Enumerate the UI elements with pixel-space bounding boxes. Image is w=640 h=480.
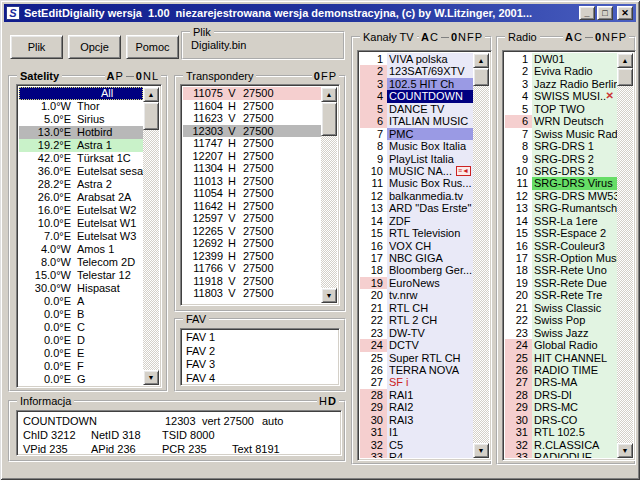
- scroll-thumb[interactable]: [473, 68, 489, 86]
- transponder-row[interactable]: 11642H27500: [183, 200, 321, 213]
- flag-toggle-H[interactable]: H: [319, 395, 328, 407]
- transponder-scrollbar[interactable]: ▲ ▼: [321, 87, 337, 303]
- tv-channel-row[interactable]: 15RTL Television: [360, 227, 473, 239]
- radio-channel-row[interactable]: 15SSR-Espace 2: [505, 227, 617, 239]
- tv-scrollbar[interactable]: ▲ ▼: [473, 53, 489, 458]
- satellite-row[interactable]: 8.0°WTelecom 2D: [19, 256, 143, 269]
- flag-toggle-0[interactable]: 0: [451, 31, 458, 43]
- tv-channel-row[interactable]: 16VOX CH: [360, 240, 473, 252]
- tv-channel-row[interactable]: 19EuroNews: [360, 277, 473, 289]
- satellite-row[interactable]: 0.0°EC: [19, 321, 143, 334]
- scroll-up-button[interactable]: ▲: [617, 53, 633, 68]
- radio-channel-row[interactable]: 7Swiss Music Radio: [505, 128, 617, 140]
- satellite-row[interactable]: 19.2°EAstra 1: [19, 139, 143, 152]
- transponder-row[interactable]: 11747H27500: [183, 137, 321, 150]
- transponder-row[interactable]: 11075V27500: [183, 87, 321, 100]
- radio-channel-row[interactable]: 32R.CLASSICA: [505, 439, 617, 451]
- help-menu-button[interactable]: Pomoc: [126, 35, 179, 59]
- tv-channel-row[interactable]: 30RAI3: [360, 414, 473, 426]
- radio-channel-row[interactable]: 26RADIO TIME: [505, 364, 617, 376]
- satellite-row[interactable]: 36.0°EEutelsat sesat: [19, 165, 143, 178]
- radio-channel-row[interactable]: 24Global Radio: [505, 339, 617, 351]
- satellite-row[interactable]: 15.0°WTelestar 12: [19, 269, 143, 282]
- radio-channel-row[interactable]: 33RADIODUE: [505, 451, 617, 458]
- radio-channel-row[interactable]: 21Swiss Classic: [505, 302, 617, 314]
- flag-toggle-P[interactable]: P: [115, 70, 123, 82]
- tv-channel-row[interactable]: 21RTL CH: [360, 302, 473, 314]
- tv-channel-row[interactable]: 31I1: [360, 426, 473, 438]
- radio-channel-row[interactable]: 1DW01: [505, 53, 617, 65]
- satellite-row[interactable]: 16.0°EEutelsat W2: [19, 204, 143, 217]
- tv-channel-row[interactable]: 17NBC GIGA: [360, 252, 473, 264]
- satellite-row[interactable]: 10.0°EEutelsat W1: [19, 217, 143, 230]
- radio-channel-row[interactable]: 12SRG-DRS MW531: [505, 190, 617, 202]
- tv-channel-row[interactable]: 11Music Box Rus...: [360, 177, 473, 189]
- transponder-row[interactable]: 11918V27500: [183, 275, 321, 288]
- radio-channel-row[interactable]: 28DRS-DI: [505, 389, 617, 401]
- flag-toggle-FP[interactable]: FP: [321, 70, 337, 82]
- radio-channel-row[interactable]: 18SSR-Rete Uno: [505, 264, 617, 276]
- flag-toggle-A[interactable]: A: [421, 31, 430, 43]
- radio-channel-row[interactable]: 25HIT CHANNEL: [505, 352, 617, 364]
- radio-channel-row[interactable]: 9SRG-DRS 2: [505, 153, 617, 165]
- scroll-down-button[interactable]: ▼: [473, 443, 489, 458]
- scroll-up-button[interactable]: ▲: [321, 87, 337, 102]
- satellite-scrollbar[interactable]: ▲ ▼: [143, 87, 159, 385]
- tv-channel-row[interactable]: 26TERRA NOVA: [360, 364, 473, 376]
- tv-channel-row[interactable]: 33R4: [360, 451, 473, 458]
- radio-channel-row[interactable]: 4SWISS MUSI...✕: [505, 90, 617, 102]
- radio-channel-row[interactable]: 3Jazz Radio Berlin: [505, 78, 617, 90]
- radio-channel-row[interactable]: 16SSR-Couleur3: [505, 240, 617, 252]
- radio-channel-row[interactable]: 6WRN Deutsch: [505, 115, 617, 127]
- radio-channel-row[interactable]: 20SSR-Rete Tre: [505, 289, 617, 301]
- transponder-row[interactable]: 11803V27500: [183, 287, 321, 300]
- tv-channel-row[interactable]: 25Super RTL CH: [360, 352, 473, 364]
- file-menu-button[interactable]: Plik: [10, 35, 63, 59]
- radio-channel-row[interactable]: 31RTL 102.5: [505, 426, 617, 438]
- radio-channel-row[interactable]: 10SRG-DRS 3: [505, 165, 617, 177]
- radio-channel-row[interactable]: 27DRS-MA: [505, 376, 617, 388]
- tv-channel-row[interactable]: 24DCTV: [360, 339, 473, 351]
- flag-toggle-C[interactable]: C: [430, 31, 439, 43]
- tv-channel-row[interactable]: 6ITALIAN MUSIC: [360, 115, 473, 127]
- minimize-button[interactable]: _: [579, 6, 595, 20]
- radio-channel-row[interactable]: 17SSR-Option Musi...: [505, 252, 617, 264]
- transponder-row[interactable]: 11766V27500: [183, 262, 321, 275]
- flag-toggle-0[interactable]: 0: [136, 70, 143, 82]
- transponder-row[interactable]: 11623V27500: [183, 112, 321, 125]
- radio-channel-row[interactable]: 14SSR-La 1ere: [505, 215, 617, 227]
- radio-channel-row[interactable]: 13SRG-Rumantsch: [505, 202, 617, 214]
- tv-channel-row[interactable]: 13ARD "Das Erste": [360, 202, 473, 214]
- satellite-row[interactable]: 30.0°WHispasat: [19, 282, 143, 295]
- satellite-row[interactable]: 7.0°EEutelsat W3: [19, 230, 143, 243]
- scroll-down-button[interactable]: ▼: [321, 288, 337, 303]
- tv-channel-row[interactable]: 2123SAT/69XTV: [360, 65, 473, 77]
- scroll-up-button[interactable]: ▲: [143, 87, 159, 102]
- flag-toggle-C[interactable]: C: [574, 31, 583, 43]
- satellite-row[interactable]: 26.0°EArabsat 2A: [19, 191, 143, 204]
- transponder-row[interactable]: 12692H27500: [183, 237, 321, 250]
- flag-toggle-D[interactable]: D: [328, 395, 337, 407]
- scroll-thumb[interactable]: [143, 102, 159, 130]
- transponder-row[interactable]: 12399H27500: [183, 250, 321, 263]
- satellite-row[interactable]: 4.0°WAmos 1: [19, 243, 143, 256]
- radio-channel-row[interactable]: 29DRS-MC: [505, 401, 617, 413]
- tv-channel-row[interactable]: 23DW-TV: [360, 327, 473, 339]
- tv-channel-row[interactable]: 1VIVA polska: [360, 53, 473, 65]
- fav-row[interactable]: FAV 2: [183, 345, 337, 359]
- tv-channel-row[interactable]: 28RAI1: [360, 389, 473, 401]
- tv-channel-row[interactable]: 5DANCE TV: [360, 103, 473, 115]
- tv-channel-row[interactable]: 7PMC: [360, 128, 473, 140]
- satellite-row[interactable]: 0.0°EA: [19, 295, 143, 308]
- transponder-row[interactable]: 12265V27500: [183, 225, 321, 238]
- flag-toggle-0[interactable]: 0: [314, 70, 321, 82]
- close-button[interactable]: ✕: [617, 6, 633, 20]
- scroll-down-button[interactable]: ▼: [143, 370, 159, 385]
- satellite-row[interactable]: 0.0°ED: [19, 334, 143, 347]
- tv-channel-row[interactable]: 12balkanmedia.tv: [360, 190, 473, 202]
- options-menu-button[interactable]: Opcje: [68, 35, 121, 59]
- scroll-up-button[interactable]: ▲: [473, 53, 489, 68]
- tv-channel-row[interactable]: 8Music Box Italia: [360, 140, 473, 152]
- fav-row[interactable]: FAV 3: [183, 358, 337, 372]
- satellite-row[interactable]: 5.0°ESirius: [19, 113, 143, 126]
